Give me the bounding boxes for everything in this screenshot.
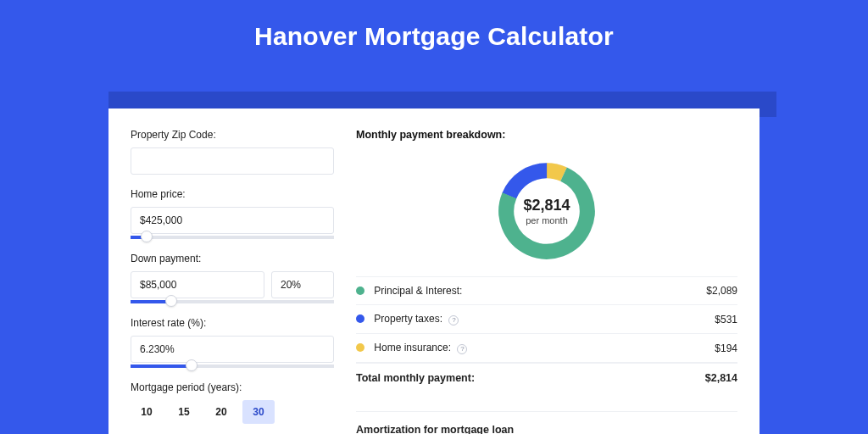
- breakdown-label: Property taxes: ?: [356, 313, 459, 326]
- interest-rate-slider-thumb[interactable]: [186, 359, 198, 371]
- input-form: Property Zip Code: Home price: $425,000 …: [131, 129, 334, 434]
- breakdown-panel: Monthly payment breakdown: $2,814 per mo…: [356, 129, 737, 434]
- down-payment-slider[interactable]: [131, 300, 334, 303]
- period-option-15[interactable]: 15: [168, 400, 200, 424]
- legend-dot-taxes: [356, 314, 364, 323]
- donut-chart-wrap: $2,814 per month: [356, 149, 737, 276]
- breakdown-value: $194: [715, 342, 737, 354]
- calculator-panel: Property Zip Code: Home price: $425,000 …: [108, 108, 760, 434]
- donut-center-sub: per month: [526, 215, 568, 225]
- zip-group: Property Zip Code:: [131, 129, 334, 175]
- breakdown-text: Property taxes:: [374, 313, 442, 325]
- interest-rate-group: Interest rate (%): 6.230%: [131, 317, 334, 368]
- breakdown-text: Principal & Interest:: [374, 285, 462, 297]
- donut-center: $2,814 per month: [493, 158, 600, 264]
- down-payment-label: Down payment:: [131, 253, 334, 264]
- donut-center-value: $2,814: [523, 197, 570, 214]
- breakdown-value: $531: [715, 314, 737, 326]
- home-price-group: Home price: $425,000: [131, 188, 334, 239]
- info-icon[interactable]: ?: [457, 344, 467, 354]
- donut-chart: $2,814 per month: [493, 158, 600, 264]
- interest-rate-input[interactable]: 6.230%: [131, 336, 334, 363]
- period-option-10[interactable]: 10: [131, 400, 163, 424]
- amortization-heading: Amortization for mortgage loan: [356, 424, 737, 434]
- mortgage-period-options: 10 15 20 30: [131, 400, 334, 424]
- period-option-20[interactable]: 20: [205, 400, 237, 424]
- breakdown-total-label: Total monthly payment:: [356, 372, 475, 384]
- breakdown-row-principal: Principal & Interest: $2,089: [356, 277, 737, 305]
- down-payment-row: $85,000 20%: [131, 271, 334, 298]
- interest-rate-slider-fill: [131, 364, 192, 368]
- interest-rate-slider[interactable]: [131, 364, 334, 368]
- mortgage-period-label: Mortgage period (years):: [131, 381, 334, 393]
- home-price-slider-thumb[interactable]: [141, 231, 153, 242]
- home-price-input[interactable]: $425,000: [131, 207, 334, 234]
- breakdown-row-insurance: Home insurance: ? $194: [356, 334, 737, 363]
- mortgage-period-group: Mortgage period (years): 10 15 20 30: [131, 381, 334, 424]
- breakdown-row-taxes: Property taxes: ? $531: [356, 305, 737, 334]
- breakdown-label: Home insurance: ?: [356, 342, 467, 354]
- down-payment-amount-input[interactable]: $85,000: [131, 271, 264, 298]
- breakdown-total-value: $2,814: [705, 372, 737, 384]
- breakdown-total-row: Total monthly payment: $2,814: [356, 363, 737, 396]
- breakdown-list: Principal & Interest: $2,089 Property ta…: [356, 276, 737, 396]
- breakdown-value: $2,089: [706, 285, 737, 297]
- down-payment-slider-thumb[interactable]: [165, 295, 177, 307]
- breakdown-heading: Monthly payment breakdown:: [356, 129, 737, 141]
- amortization-section: Amortization for mortgage loan Amortizat…: [356, 411, 737, 434]
- zip-input[interactable]: [131, 147, 334, 175]
- breakdown-text: Home insurance:: [374, 342, 451, 353]
- interest-rate-label: Interest rate (%):: [131, 317, 334, 329]
- breakdown-label: Principal & Interest:: [356, 285, 462, 297]
- legend-dot-insurance: [356, 343, 364, 352]
- page: Hanover Mortgage Calculator Property Zip…: [0, 0, 868, 434]
- period-option-30[interactable]: 30: [242, 400, 275, 424]
- home-price-slider[interactable]: [131, 236, 334, 239]
- down-payment-percent-input[interactable]: 20%: [271, 271, 334, 298]
- info-icon[interactable]: ?: [448, 315, 459, 326]
- zip-label: Property Zip Code:: [131, 129, 334, 141]
- legend-dot-principal: [356, 287, 364, 295]
- down-payment-group: Down payment: $85,000 20%: [131, 253, 334, 303]
- page-title: Hanover Mortgage Calculator: [0, 0, 868, 70]
- home-price-label: Home price:: [131, 188, 334, 200]
